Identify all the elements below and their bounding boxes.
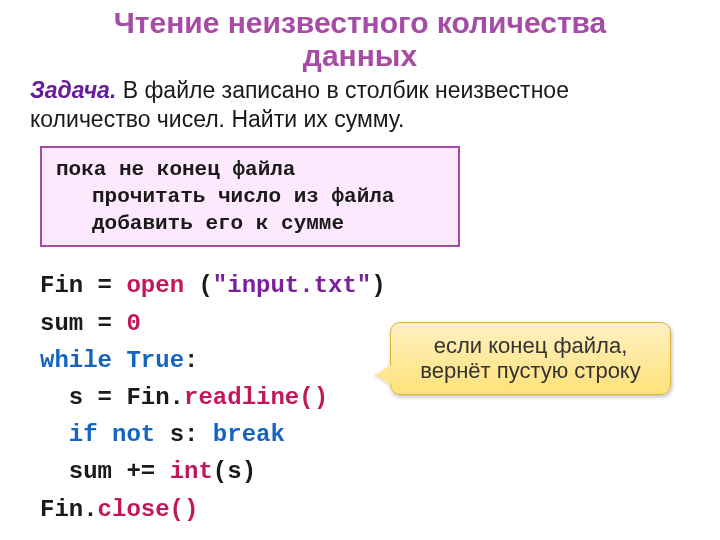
code-l6a: sum += bbox=[40, 458, 170, 485]
code-l6c: (s) bbox=[213, 458, 256, 485]
code-l3b bbox=[112, 347, 126, 374]
code-l3c: True bbox=[126, 347, 184, 374]
code-l7b: close() bbox=[98, 496, 199, 523]
code-l1d: "input.txt" bbox=[213, 272, 371, 299]
code-l5c bbox=[98, 421, 112, 448]
pseudo-line-1: пока не конец файла bbox=[56, 156, 444, 183]
title-line-1: Чтение неизвестного количества bbox=[114, 6, 607, 39]
code-l1c: ( bbox=[184, 272, 213, 299]
code-l4b: readline() bbox=[184, 384, 328, 411]
code-l6b: int bbox=[170, 458, 213, 485]
code-l1e: ) bbox=[371, 272, 385, 299]
task-paragraph: Задача. В файле записано в столбик неизв… bbox=[30, 76, 690, 134]
code-l3a: while bbox=[40, 347, 112, 374]
slide-title: Чтение неизвестного количества данных bbox=[30, 6, 690, 72]
code-l5d: not bbox=[112, 421, 155, 448]
code-l2a: sum = bbox=[40, 310, 126, 337]
code-l1b: open bbox=[126, 272, 184, 299]
code-l4a: s = Fin. bbox=[40, 384, 184, 411]
callout-bubble: если конец файла, вернёт пустую строку bbox=[390, 322, 671, 395]
code-l3d: : bbox=[184, 347, 198, 374]
code-l5a bbox=[40, 421, 69, 448]
pseudo-line-3: добавить его к сумме bbox=[56, 210, 444, 237]
code-l5f: break bbox=[213, 421, 285, 448]
code-l1a: Fin = bbox=[40, 272, 126, 299]
code-block: Fin = open ("input.txt") sum = 0 while T… bbox=[40, 267, 690, 527]
code-l5b: if bbox=[69, 421, 98, 448]
code-l2b: 0 bbox=[126, 310, 140, 337]
task-label: Задача. bbox=[30, 77, 116, 103]
callout-text: если конец файла, вернёт пустую строку bbox=[420, 333, 641, 383]
pseudocode-box: пока не конец файла прочитать число из ф… bbox=[40, 146, 460, 248]
code-l5e: s: bbox=[155, 421, 213, 448]
title-line-2: данных bbox=[303, 39, 417, 72]
pseudo-line-2: прочитать число из файла bbox=[56, 183, 444, 210]
code-l7a: Fin. bbox=[40, 496, 98, 523]
